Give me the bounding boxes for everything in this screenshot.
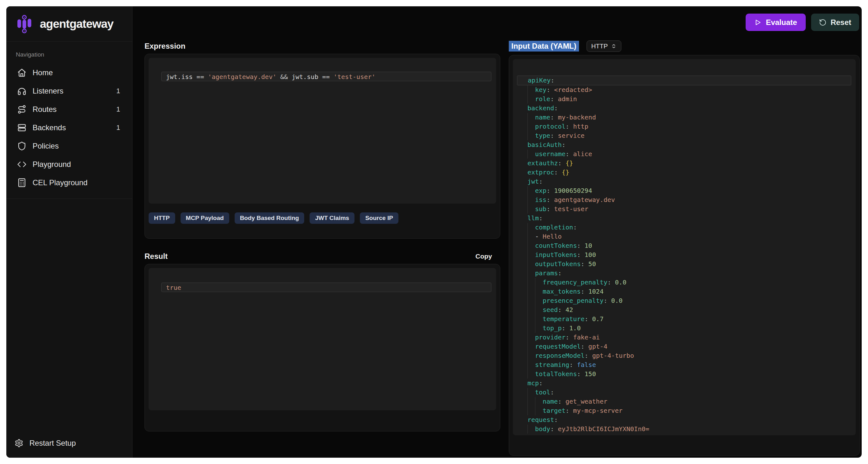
code-token: : [608, 278, 615, 286]
result-title: Result [145, 252, 167, 261]
preset-body-based-routing[interactable]: Body Based Routing [235, 212, 305, 224]
indent-guide [527, 131, 535, 140]
code-token: : [577, 251, 584, 259]
yaml-line-tokens: username: alice [535, 150, 592, 158]
code-token: : [547, 187, 554, 194]
code-token: : [550, 132, 558, 139]
code-token: body [535, 425, 550, 433]
nav-item-label: Home [33, 68, 53, 77]
code-token: top_p [542, 324, 562, 332]
rotate-ccw-icon [819, 19, 827, 26]
gear-icon [14, 438, 24, 448]
code-token: alice [573, 150, 592, 158]
reset-button[interactable]: Reset [811, 13, 859, 31]
nav-item-label: CEL Playground [33, 178, 88, 187]
indent-guide [527, 113, 535, 122]
code-token: : [573, 224, 577, 231]
preset-jwt-claims[interactable]: JWT Claims [310, 212, 354, 224]
preset-mcp-payload[interactable]: MCP Payload [181, 212, 229, 224]
app-window: agentgateway Navigation Home Listeners 1 [6, 6, 862, 458]
indent-guide [527, 360, 535, 369]
code-token: admin [558, 95, 577, 103]
code-token: 'test-user' [334, 73, 375, 80]
expression-code: jwt.iss == 'agentgateway.dev' && jwt.sub… [166, 73, 375, 80]
code-token: 'agentgateway.dev' [208, 73, 276, 80]
indent-guide [527, 351, 535, 360]
sidebar-nav: Navigation Home Listeners 1 [6, 42, 132, 199]
code-token: max_tokens [542, 288, 581, 295]
sidebar-item-policies[interactable]: Policies [14, 138, 125, 153]
expression-code-line[interactable]: jwt.iss == 'agentgateway.dev' && jwt.sub… [161, 72, 491, 81]
yaml-editor[interactable]: apiKey: key: <redacted> role: admin back… [513, 59, 856, 435]
evaluate-button[interactable]: Evaluate [746, 13, 806, 31]
yaml-line: completion: [513, 223, 856, 232]
expression-column: Expression jwt.iss == 'agentgateway.dev'… [145, 42, 500, 458]
code-token: : [565, 123, 573, 130]
code-token: jwt.sub [291, 73, 318, 80]
indent-guide [527, 150, 535, 159]
code-token: : [565, 150, 573, 158]
yaml-line-tokens: params: [535, 269, 562, 277]
code-token: apiKey [528, 76, 551, 84]
headphones-icon [17, 86, 27, 96]
result-viewer[interactable]: true [149, 268, 496, 410]
code-token: 100 [585, 251, 596, 259]
code-token: : [550, 95, 558, 103]
code-token: : [550, 389, 554, 396]
code-token: && [276, 73, 291, 80]
code-token: test-user [554, 205, 588, 213]
code-token: : [565, 407, 573, 415]
input-data-title: Input Data (YAML) [509, 41, 579, 52]
indent-guide [527, 388, 535, 397]
calculator-icon [17, 178, 27, 188]
code-token: : [558, 398, 565, 405]
yaml-line: top_p: 1.0 [513, 324, 856, 333]
indent-guide [527, 232, 535, 241]
code-token: totalTokens [535, 370, 577, 378]
sidebar-item-home[interactable]: Home [14, 65, 125, 80]
sidebar-item-backends[interactable]: Backends 1 [14, 120, 125, 135]
sidebar-item-playground[interactable]: Playground [14, 157, 125, 172]
code-token: my-mcp-server [573, 407, 623, 415]
yaml-line: seed: 42 [513, 305, 856, 314]
sidebar-header: agentgateway [6, 6, 132, 42]
yaml-line-tokens: request: [527, 416, 558, 424]
code-token: seed [542, 306, 558, 313]
yaml-line-tokens: llm: [527, 214, 542, 222]
sidebar-item-cel-playground[interactable]: CEL Playground [14, 175, 125, 190]
code-token: streaming [535, 361, 569, 369]
yaml-line: inputTokens: 100 [513, 250, 856, 260]
yaml-line: target: my-mcp-server [513, 406, 856, 415]
copy-button[interactable]: Copy [475, 253, 492, 260]
code-token: name [542, 398, 558, 405]
preset-http[interactable]: HTTP [149, 212, 175, 224]
server-icon [17, 123, 27, 132]
nav-section-label: Navigation [14, 51, 125, 58]
code-token: exp [535, 187, 547, 194]
code-token: true [166, 284, 181, 291]
sidebar-item-listeners[interactable]: Listeners 1 [14, 84, 125, 98]
yaml-line-tokens: countTokens: 10 [535, 242, 592, 250]
code-token: 1.0 [569, 324, 581, 332]
code-token: : [581, 343, 588, 350]
code-token: responseModel [535, 352, 585, 359]
code-token: {} [565, 159, 573, 167]
code-token: : [581, 288, 588, 295]
code-token: : [554, 104, 558, 112]
input-mode-select[interactable]: HTTP [587, 40, 621, 52]
preset-source-ip[interactable]: Source IP [360, 212, 398, 224]
indent-guide [527, 333, 535, 342]
yaml-line: jwt: [513, 177, 856, 186]
code-token: {} [562, 168, 569, 176]
yaml-line: exp: 1900650294 [513, 186, 856, 195]
code-token: : [550, 113, 558, 121]
expression-editor[interactable]: jwt.iss == 'agentgateway.dev' && jwt.sub… [149, 58, 496, 204]
yaml-line-tokens: - Hello [535, 233, 562, 240]
yaml-line-tokens: temperature: 0.7 [542, 315, 603, 323]
indent-guide [527, 406, 542, 415]
restart-setup-button[interactable]: Restart Setup [14, 435, 124, 451]
sidebar-item-routes[interactable]: Routes 1 [14, 102, 125, 117]
code-token: 1900650294 [554, 187, 592, 194]
code-token: get_weather [565, 398, 607, 405]
input-data-card: apiKey: key: <redacted> role: admin back… [509, 55, 860, 456]
